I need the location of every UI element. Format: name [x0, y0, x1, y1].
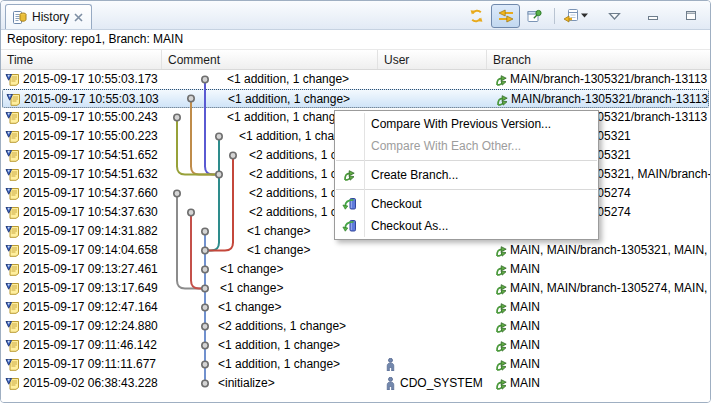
link-with-selection-toggle[interactable] [491, 4, 520, 28]
branch-icon [494, 377, 508, 390]
maximize-button[interactable] [676, 4, 705, 28]
time-cell: 2015-09-17 09:13:27.461 [23, 260, 158, 279]
table-row[interactable]: 2015-09-17 10:55:03.103<1 addition, 1 ch… [2, 89, 709, 108]
column-header-comment[interactable]: Comment [161, 50, 377, 69]
table-row[interactable]: 2015-09-17 09:12:24.880<2 additions, 1 c… [2, 317, 709, 336]
commit-icon [5, 110, 20, 124]
menu-item-label: Create Branch... [371, 168, 458, 182]
toolbar-separator [554, 8, 555, 24]
time-cell: 2015-09-17 09:11:46.142 [23, 336, 157, 355]
time-cell: 2015-09-17 10:54:37.660 [23, 184, 158, 203]
time-cell: 2015-09-17 09:14:04.658 [23, 241, 158, 260]
view-toolbar [462, 4, 705, 27]
close-icon[interactable] [74, 13, 83, 22]
comment-cell: <1 change> [218, 298, 281, 317]
menu-item-compare-with-previous-version[interactable]: Compare With Previous Version... [335, 113, 598, 135]
history-view-icon [12, 10, 27, 25]
repository-info: Repository: repo1, Branch: MAIN [1, 30, 710, 49]
table-mode-button[interactable] [560, 4, 591, 28]
maximize-icon [685, 10, 697, 21]
comment-cell: <1 change> [220, 279, 283, 298]
view-menu-icon [608, 12, 621, 20]
time-cell: 2015-09-17 10:55:03.173 [23, 70, 158, 89]
commit-icon [5, 300, 20, 314]
table-header: TimeCommentUserBranch [1, 49, 710, 70]
commit-icon [5, 319, 20, 333]
tab-history-label: History [32, 10, 69, 24]
checkout-icon [342, 197, 357, 211]
menu-item-label: Compare With Previous Version... [371, 117, 551, 131]
commit-icon [5, 243, 20, 257]
commit-icon [5, 338, 20, 352]
menu-item-checkout[interactable]: Checkout [335, 193, 598, 215]
commit-icon [5, 224, 20, 238]
commit-icon [5, 129, 20, 143]
tab-history[interactable]: History [5, 4, 92, 29]
dropdown-caret-icon [581, 13, 588, 18]
menu-item-label: Compare With Each Other... [371, 139, 521, 153]
time-cell: 2015-09-17 10:54:51.652 [23, 146, 158, 165]
refresh-button[interactable] [462, 4, 491, 28]
table-row[interactable]: 2015-09-17 09:12:47.164<1 change>MAIN [2, 298, 709, 317]
link-arrows-icon [498, 9, 514, 23]
branch-cell: MAIN, MAIN/branch-1305274, MAIN, [510, 279, 707, 298]
menu-separator [336, 189, 597, 190]
menu-item-checkout-as[interactable]: Checkout As... [335, 215, 598, 237]
branch-cell: MAIN [510, 336, 540, 355]
table-row[interactable]: 2015-09-17 09:14:04.658<1 change>MAIN, M… [2, 241, 709, 260]
comment-cell: <2 additions, 1 change> [218, 317, 346, 336]
menu-separator [336, 160, 597, 161]
time-cell: 2015-09-02 06:38:43.228 [23, 374, 158, 393]
time-cell: 2015-09-17 09:12:47.164 [23, 298, 158, 317]
checkout-icon [342, 219, 357, 233]
branch-icon [494, 358, 508, 371]
refresh-icon [468, 8, 485, 24]
user-cell: CDO_SYSTEM [400, 374, 483, 393]
comment-cell: <1 change> [247, 222, 310, 241]
table-row[interactable]: 2015-09-17 10:55:03.173<1 addition, 1 ch… [2, 70, 709, 89]
table-row[interactable]: 2015-09-17 09:11:46.142<1 addition, 1 ch… [2, 336, 709, 355]
commit-icon [5, 262, 20, 276]
comment-cell: <1 change> [247, 241, 310, 260]
time-cell: 2015-09-17 10:54:37.630 [23, 203, 158, 222]
table-row[interactable]: 2015-09-17 09:11:11.677<1 addition, 1 ch… [2, 355, 709, 374]
branch-icon [495, 93, 509, 106]
branch-cell: MAIN/branch-1305321/branch-13113 [510, 70, 707, 89]
column-header-time[interactable]: Time [1, 50, 161, 69]
table-row[interactable]: 2015-09-17 09:13:17.649<1 change>MAIN, M… [2, 279, 709, 298]
branch-cell: MAIN/branch-1305321/branch-13113 [511, 90, 708, 109]
context-menu: Compare With Previous Version...Compare … [334, 110, 599, 240]
column-header-user[interactable]: User [377, 50, 486, 69]
comment-cell: <1 addition, 1 change> [227, 108, 349, 127]
comment-cell: <initialize> [218, 374, 275, 393]
view-menu-button[interactable] [600, 4, 629, 28]
table-arrow-icon [563, 8, 579, 23]
branch-cell: MAIN [510, 317, 540, 336]
column-header-branch[interactable]: Branch [486, 50, 711, 69]
branch-cell: MAIN [510, 260, 540, 279]
time-cell: 2015-09-17 10:55:00.223 [23, 127, 158, 146]
branch-cell: MAIN [510, 374, 540, 393]
menu-item-label: Checkout As... [371, 219, 448, 233]
menu-item-label: Checkout [371, 197, 422, 211]
commit-icon [5, 357, 20, 371]
time-cell: 2015-09-17 09:11:11.677 [23, 355, 156, 374]
comment-cell: <1 addition, 1 change> [227, 70, 349, 89]
user-icon [386, 358, 395, 371]
branch-icon [494, 73, 508, 86]
branch-icon [494, 244, 508, 257]
table-row[interactable]: 2015-09-17 09:13:27.461<1 change>MAIN [2, 260, 709, 279]
comment-cell: <1 change> [220, 260, 283, 279]
history-view: History Repository: repo1, Branch: MAIN … [0, 0, 711, 403]
time-cell: 2015-09-17 09:12:24.880 [23, 317, 158, 336]
commit-icon [5, 167, 20, 181]
menu-item-create-branch[interactable]: Create Branch... [335, 164, 598, 186]
branch-icon [494, 263, 508, 276]
time-cell: 2015-09-17 09:14:31.882 [23, 222, 158, 241]
commit-icon [5, 186, 20, 200]
table-row[interactable]: 2015-09-02 06:38:43.228<initialize>CDO_S… [2, 374, 709, 393]
minimize-button[interactable] [638, 4, 667, 28]
pin-view-button[interactable] [520, 4, 549, 28]
menu-item-compare-with-each-other: Compare With Each Other... [335, 135, 598, 157]
comment-cell: <1 addition, 1 change> [218, 336, 340, 355]
